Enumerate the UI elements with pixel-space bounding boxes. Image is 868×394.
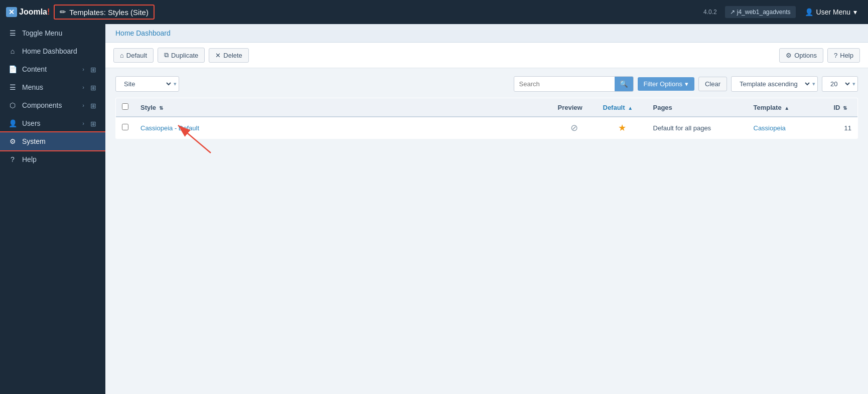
delete-icon: ✕ [215,52,221,59]
clear-button[interactable]: Clear [698,77,727,91]
search-input[interactable] [514,77,615,91]
duplicate-button[interactable]: ⧉ Duplicate [158,48,205,63]
version-badge: 4.0.2 [703,9,717,16]
filter-options-label: Filter Options [644,80,682,88]
col-header-check [116,98,135,117]
toggle-menu-icon: ☰ [8,29,17,37]
main-content: Home Dashboard ⌂ Default ⧉ Duplicate ✕ D… [105,24,868,394]
row-pages-cell: Default for all pages [647,117,748,139]
row-checkbox[interactable] [122,124,128,130]
site-filter-select[interactable]: Site Administrator [120,77,173,91]
delete-button[interactable]: ✕ Delete [209,48,249,63]
row-template-cell: Cassiopeia [748,117,828,139]
template-link[interactable]: Cassiopeia [754,124,786,132]
components-grid-icon: ⊞ [90,102,97,109]
col-header-template[interactable]: Template ▲ [748,98,828,117]
joomla-text: Joomla! [19,8,50,17]
default-btn-label: Default [126,52,147,59]
sidebar-item-label-home: Home Dashboard [22,47,97,55]
search-box: 🔍 [514,76,634,92]
row-id-cell: 11 [828,117,858,139]
row-checkbox-cell [116,117,135,139]
id-col-label: ID [834,104,840,111]
content-arrow-icon: › [82,66,84,72]
components-arrow-icon: › [82,102,84,108]
filter-bar: Site Administrator ▾ 🔍 Filter Options ▾ [115,76,858,92]
sidebar-item-components[interactable]: ⬡ Components › ⊞ [0,96,105,114]
sidebar-item-menus[interactable]: ☰ Menus › ⊞ [0,78,105,96]
sidebar-item-home-dashboard[interactable]: ⌂ Home Dashboard [0,42,105,60]
breadcrumb-home-link[interactable]: Home Dashboard [115,29,171,37]
site-filter-wrapper: Site Administrator ▾ [115,76,179,92]
styles-table: Style ⇅ Preview Default ▲ Page [115,98,858,139]
content-grid-icon: ⊞ [90,66,97,73]
filter-options-chevron-icon: ▾ [685,80,688,88]
app-layout: ☰ Toggle Menu ⌂ Home Dashboard 📄 Content… [0,24,868,394]
sort-chevron-icon: ▾ [812,81,815,87]
sort-select[interactable]: Template ascending Template descending S… [736,77,811,91]
toolbar: ⌂ Default ⧉ Duplicate ✕ Delete ⚙ Options… [105,43,868,68]
sidebar-item-label-components: Components [22,101,77,109]
system-icon: ⚙ [8,137,17,145]
table-wrapper: Style ⇅ Preview Default ▲ Page [115,98,858,139]
toolbar-right: ⚙ Options ? Help [779,48,860,63]
joomla-logo: ✕ Joomla! [6,7,50,17]
per-page-select-wrapper: 5 10 15 20 25 30 50 100 All ▾ [822,76,858,92]
page-title-box: ✏ Templates: Styles (Site) [54,5,155,20]
help-icon: ? [8,155,17,163]
gear-icon: ⚙ [786,52,792,59]
pages-value: Default for all pages [653,124,711,132]
col-header-style[interactable]: Style ⇅ [134,98,552,117]
per-page-select[interactable]: 5 10 15 20 25 30 50 100 All [826,77,851,91]
duplicate-icon: ⧉ [164,51,169,59]
content-icon: 📄 [8,65,17,73]
table-row: Cassiopeia - Default ⊘ ★ Default for all… [116,117,858,139]
sidebar-item-content[interactable]: 📄 Content › ⊞ [0,60,105,78]
id-sort-icon: ⇅ [843,105,847,111]
style-link[interactable]: Cassiopeia - Default [140,124,199,132]
sidebar-item-system[interactable]: ⚙ System [0,132,105,150]
user-menu-chevron-icon: ▾ [853,8,857,16]
users-arrow-icon: › [82,120,84,126]
user-menu-button[interactable]: 👤 User Menu ▾ [800,6,862,19]
col-header-default[interactable]: Default ▲ [597,98,647,117]
menus-arrow-icon: › [82,84,84,90]
content-area: Site Administrator ▾ 🔍 Filter Options ▾ [105,68,868,394]
options-label: Options [794,52,817,59]
sidebar-item-label-content: Content [22,65,77,73]
pencil-icon: ✏ [60,8,66,17]
default-button[interactable]: ⌂ Default [113,48,154,63]
joomla-x-icon: ✕ [6,7,17,17]
sidebar-item-help[interactable]: ? Help [0,150,105,168]
sidebar-item-label-menus: Menus [22,83,77,91]
preview-slash-icon: ⊘ [570,123,578,133]
template-sort-icon: ▲ [784,105,789,111]
pages-col-label: Pages [653,104,672,111]
col-header-id[interactable]: ID ⇅ [828,98,858,117]
col-header-preview: Preview [552,98,597,117]
sidebar-item-label-system: System [22,137,97,145]
breadcrumb: Home Dashboard [115,29,171,37]
sidebar: ☰ Toggle Menu ⌂ Home Dashboard 📄 Content… [0,24,105,394]
search-button[interactable]: 🔍 [615,77,633,91]
help-label: Help [840,52,853,59]
external-link-button[interactable]: ↗ j4_web1_agadvents [725,6,796,18]
users-grid-icon: ⊞ [90,120,97,127]
style-col-label: Style [140,104,156,111]
home-icon: ⌂ [8,47,17,55]
sidebar-item-users[interactable]: 👤 Users › ⊞ [0,114,105,132]
sort-select-wrapper: Template ascending Template descending S… [731,76,818,92]
options-button[interactable]: ⚙ Options [779,48,823,63]
table-body: Cassiopeia - Default ⊘ ★ Default for all… [116,117,858,139]
table-header: Style ⇅ Preview Default ▲ Page [116,98,858,117]
default-star-icon: ★ [618,123,626,133]
help-button[interactable]: ? Help [827,48,860,63]
sidebar-item-toggle-menu[interactable]: ☰ Toggle Menu [0,24,105,42]
template-col-label: Template [754,104,782,111]
page-header: Home Dashboard [105,24,868,43]
filter-options-button[interactable]: Filter Options ▾ [638,77,694,91]
id-value: 11 [844,124,851,132]
select-all-checkbox[interactable] [122,103,128,110]
per-page-chevron-icon: ▾ [852,81,855,87]
external-icon: ↗ [730,9,735,16]
